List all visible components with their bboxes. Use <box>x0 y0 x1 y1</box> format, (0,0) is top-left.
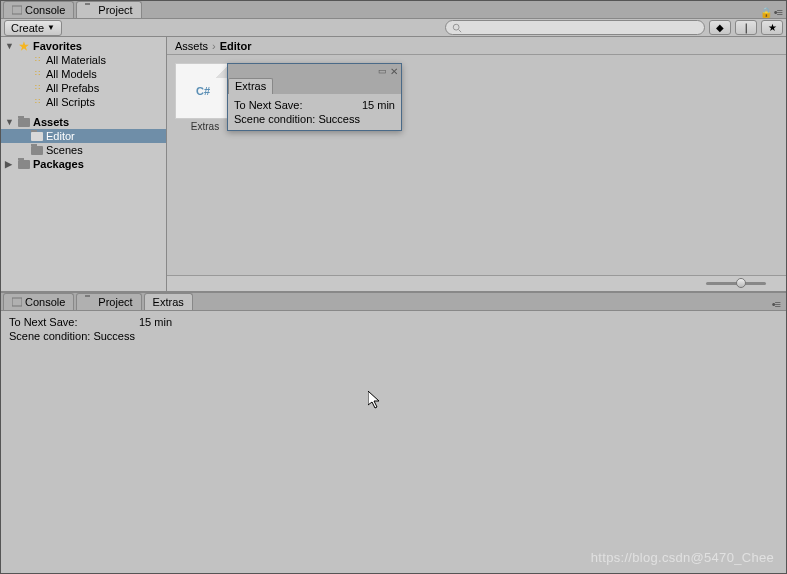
content-panel: Assets › Editor C# Extras ▭ ✕ Extras To … <box>167 37 786 291</box>
expand-icon[interactable]: ▶ <box>5 159 15 169</box>
svg-line-2 <box>459 29 462 32</box>
tab-console-label: Console <box>25 4 65 16</box>
favorites-header[interactable]: ▼ ★ Favorites <box>1 39 166 53</box>
folder-icon <box>18 117 30 127</box>
csharp-script-icon: C# <box>175 63 231 119</box>
bottom-panel: Console Project Extras •≡ To Next Save:1… <box>1 291 786 573</box>
window-body: To Next Save:15 min Scene condition: Suc… <box>228 94 401 130</box>
window-titlebar[interactable]: ▭ ✕ <box>228 64 401 78</box>
filter-button-1[interactable]: ◆ <box>709 20 731 35</box>
close-icon[interactable]: ✕ <box>390 66 398 77</box>
breadcrumb-root[interactable]: Assets <box>175 40 208 52</box>
tab-project-label: Project <box>98 4 132 16</box>
expand-icon[interactable]: ▼ <box>5 41 15 51</box>
search-input[interactable] <box>445 20 705 35</box>
panel-menu-icon[interactable]: •≡ <box>772 298 780 310</box>
tab-project[interactable]: Project <box>76 1 141 18</box>
chevron-down-icon: ▼ <box>47 23 55 32</box>
folder-icon <box>85 297 95 307</box>
expand-icon[interactable]: ▼ <box>5 117 15 127</box>
create-button-label: Create <box>11 22 44 34</box>
asset-grid[interactable]: C# Extras ▭ ✕ Extras To Next Save:15 min… <box>167 55 786 275</box>
folder-icon <box>31 145 43 155</box>
create-button[interactable]: Create ▼ <box>4 20 62 36</box>
row-next-save: To Next Save:15 min <box>9 315 778 329</box>
window-menu-icon[interactable]: ▭ <box>378 66 387 76</box>
fav-item-models[interactable]: ∷All Models <box>1 67 166 81</box>
folder-icon <box>85 5 95 15</box>
breadcrumb-current: Editor <box>220 40 252 52</box>
asset-footer <box>167 275 786 291</box>
bottom-tab-bar: Console Project Extras •≡ <box>1 293 786 311</box>
panel-menu-icon[interactable]: •≡ <box>774 6 782 18</box>
console-icon <box>12 297 22 307</box>
fav-item-prefabs[interactable]: ∷All Prefabs <box>1 81 166 95</box>
search-filter-icon: ∷ <box>31 83 43 93</box>
zoom-slider[interactable] <box>706 282 766 285</box>
chevron-right-icon: › <box>212 40 216 52</box>
tab-console[interactable]: Console <box>3 1 74 18</box>
search-icon <box>452 23 462 33</box>
console-icon <box>12 5 22 15</box>
watermark: https://blog.csdn@5470_Chee <box>591 550 774 565</box>
breadcrumb: Assets › Editor <box>167 37 786 55</box>
search-filter-icon: ∷ <box>31 69 43 79</box>
search-filter-icon: ∷ <box>31 97 43 107</box>
window-tab-extras[interactable]: Extras <box>228 78 273 94</box>
project-tree: ▼ ★ Favorites ∷All Materials ∷All Models… <box>1 37 167 291</box>
packages-header[interactable]: ▶ Packages <box>1 157 166 171</box>
btab-extras[interactable]: Extras <box>144 293 193 310</box>
favorites-label: Favorites <box>33 40 82 52</box>
svg-rect-0 <box>12 6 22 14</box>
window-tab-bar: Extras <box>228 78 401 94</box>
folder-icon <box>31 131 43 141</box>
asset-item-extras[interactable]: C# Extras <box>175 63 235 132</box>
row-next-save: To Next Save:15 min <box>234 98 395 112</box>
extras-panel-body: To Next Save:15 min Scene condition: Suc… <box>1 311 786 573</box>
assets-header[interactable]: ▼ Assets <box>1 115 166 129</box>
lock-icon[interactable]: 🔒 <box>760 7 772 18</box>
filter-button-2[interactable]: ❘ <box>735 20 757 35</box>
row-scene-condition: Scene condition: Success <box>234 112 395 126</box>
assets-label: Assets <box>33 116 69 128</box>
asset-label: Extras <box>175 121 235 132</box>
assets-item-scenes[interactable]: Scenes <box>1 143 166 157</box>
top-tab-bar: Console Project 🔒 •≡ <box>1 1 786 19</box>
fav-item-materials[interactable]: ∷All Materials <box>1 53 166 67</box>
svg-point-1 <box>453 24 459 30</box>
folder-icon <box>18 159 30 169</box>
row-scene-condition: Scene condition: Success <box>9 329 778 343</box>
btab-console[interactable]: Console <box>3 293 74 310</box>
svg-rect-3 <box>12 298 22 306</box>
favorite-button[interactable]: ★ <box>761 20 783 35</box>
assets-item-editor[interactable]: Editor <box>1 129 166 143</box>
project-toolbar: Create ▼ ◆ ❘ ★ <box>1 19 786 37</box>
extras-window[interactable]: ▭ ✕ Extras To Next Save:15 min Scene con… <box>227 63 402 131</box>
star-icon: ★ <box>18 41 30 51</box>
main-split: ▼ ★ Favorites ∷All Materials ∷All Models… <box>1 37 786 291</box>
packages-label: Packages <box>33 158 84 170</box>
slider-thumb[interactable] <box>736 278 746 288</box>
btab-project[interactable]: Project <box>76 293 141 310</box>
search-filter-icon: ∷ <box>31 55 43 65</box>
fav-item-scripts[interactable]: ∷All Scripts <box>1 95 166 109</box>
